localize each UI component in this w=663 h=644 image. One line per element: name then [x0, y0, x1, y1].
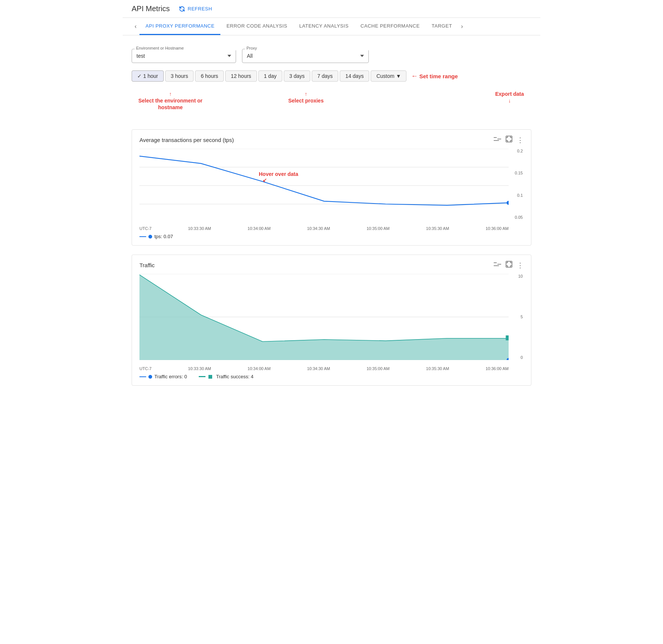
tps-legend-dot: [148, 235, 152, 239]
tps-chart-actions: ⋮: [494, 136, 524, 144]
traffic-chart-title: Traffic: [139, 262, 155, 268]
select-env-annotation: ↑ Select the environment or hostname: [138, 91, 202, 111]
time-btn-3hours[interactable]: 3 hours: [165, 70, 194, 82]
time-btn-12hours[interactable]: 12 hours: [225, 70, 257, 82]
env-filter-label: Environment or Hostname: [135, 46, 239, 50]
traffic-chart-header: Traffic ⋮: [139, 261, 524, 269]
traffic-chart-actions: ⋮: [494, 261, 524, 269]
traffic-chart-svg: [139, 274, 509, 360]
main-content: Environment or Hostname test Proxy All ✓…: [123, 35, 540, 402]
tps-x-labels: UTC-7 10:33:30 AM 10:34:00 AM 10:34:30 A…: [139, 226, 509, 231]
traffic-chart-area: 10 5 0: [139, 274, 524, 371]
traffic-legend-icon[interactable]: [494, 261, 501, 269]
time-btn-3days[interactable]: 3 days: [284, 70, 310, 82]
time-btn-14days[interactable]: 14 days: [340, 70, 369, 82]
app-header: API Metrics REFRESH: [123, 0, 540, 18]
traffic-success-legend: Traffic success: 4: [199, 374, 253, 379]
time-btn-1day[interactable]: 1 day: [258, 70, 282, 82]
time-btn-6hours[interactable]: 6 hours: [195, 70, 224, 82]
tab-target[interactable]: TARGET: [426, 18, 458, 35]
tab-cache-performance[interactable]: CACHE PERFORMANCE: [355, 18, 426, 35]
nav-left-arrow[interactable]: ‹: [132, 20, 139, 33]
tps-legend-icon[interactable]: [494, 136, 501, 144]
filters-row: Environment or Hostname test Proxy All: [132, 43, 531, 63]
tps-chart-card: Average transactions per second (tps) ⋮ …: [132, 129, 531, 246]
refresh-button[interactable]: REFRESH: [179, 6, 212, 12]
traffic-fullscreen-icon[interactable]: [506, 261, 512, 269]
tps-chart-header: Average transactions per second (tps) ⋮: [139, 136, 524, 144]
set-time-range-arrow: ←: [411, 72, 418, 80]
tab-latency-analysis[interactable]: LATENCY ANALYSIS: [293, 18, 355, 35]
traffic-errors-dot: [148, 375, 152, 379]
traffic-more-icon[interactable]: ⋮: [517, 261, 524, 269]
traffic-success-square: [208, 375, 212, 379]
time-btn-7days[interactable]: 7 days: [312, 70, 338, 82]
traffic-success-line: [199, 376, 205, 377]
tps-y-labels: 0.2 0.15 0.1 0.05: [510, 149, 524, 220]
set-time-range-label: Set time range: [419, 73, 458, 79]
app-title: API Metrics: [132, 4, 170, 13]
nav-tabs: ‹ API PROXY PERFORMANCE ERROR CODE ANALY…: [123, 18, 540, 35]
svg-rect-3: [506, 136, 512, 142]
env-filter-select[interactable]: test: [132, 49, 236, 63]
traffic-errors-legend: Traffic errors: 0: [139, 374, 187, 379]
tps-legend-label: tps: 0.07: [154, 234, 173, 239]
svg-rect-17: [506, 335, 509, 340]
traffic-errors-line: [139, 376, 146, 377]
refresh-label: REFRESH: [188, 6, 212, 12]
tps-chart-legend: tps: 0.07: [139, 234, 524, 239]
tps-legend-item: tps: 0.07: [139, 234, 173, 239]
proxy-filter-select[interactable]: All: [242, 49, 369, 63]
nav-right-arrow[interactable]: ›: [458, 20, 466, 33]
traffic-success-label: Traffic success: 4: [216, 374, 253, 379]
traffic-chart-legend: Traffic errors: 0 Traffic success: 4: [139, 374, 524, 379]
tab-error-code-analysis[interactable]: ERROR CODE ANALYSIS: [220, 18, 293, 35]
traffic-y-labels: 10 5 0: [510, 274, 524, 360]
time-range-row: ✓ 1 hour 3 hours 6 hours 12 hours 1 day …: [132, 70, 531, 82]
traffic-chart-card: Traffic ⋮ 10 5 0: [132, 255, 531, 386]
env-filter-group: Environment or Hostname test: [132, 43, 236, 63]
tps-chart-area: 0.2 0.15 0.1 0.05: [139, 149, 524, 231]
tps-legend-line: [139, 236, 146, 237]
export-data-annotation: Export data ↓: [495, 91, 524, 104]
tps-more-icon[interactable]: ⋮: [517, 136, 524, 144]
refresh-icon: [179, 6, 185, 12]
tps-chart-svg: [139, 149, 509, 222]
tps-chart-title: Average transactions per second (tps): [139, 137, 234, 143]
select-proxies-annotation: ↑ Select proxies: [288, 91, 324, 104]
proxy-filter-group: Proxy All: [242, 43, 369, 63]
time-btn-1hour[interactable]: ✓ 1 hour: [132, 70, 164, 82]
time-btn-custom[interactable]: Custom ▼: [371, 70, 406, 82]
proxy-filter-label: Proxy: [245, 46, 372, 50]
traffic-errors-label: Traffic errors: 0: [154, 374, 187, 379]
svg-marker-16: [139, 275, 509, 360]
svg-rect-12: [506, 261, 512, 267]
tab-api-proxy-performance[interactable]: API PROXY PERFORMANCE: [139, 18, 220, 35]
tps-fullscreen-icon[interactable]: [506, 136, 512, 144]
traffic-x-labels: UTC-7 10:33:30 AM 10:34:00 AM 10:34:30 A…: [139, 366, 509, 371]
